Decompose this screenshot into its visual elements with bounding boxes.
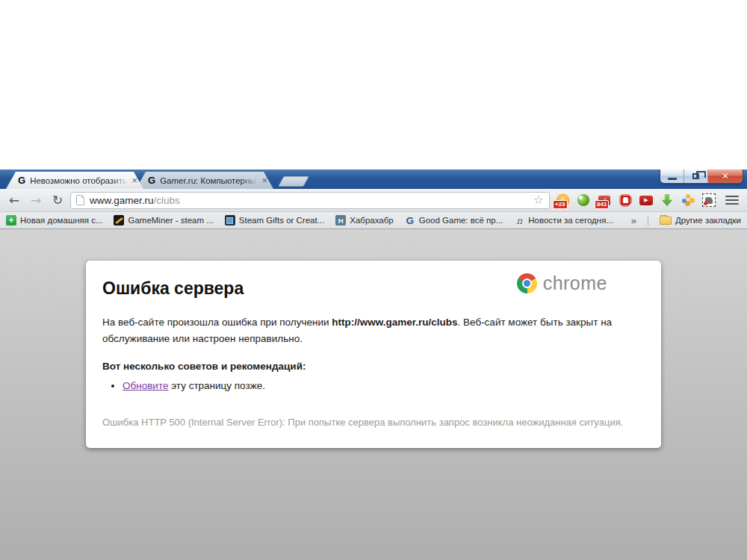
back-button[interactable]: ← <box>5 194 23 207</box>
goodgame-favicon-icon: G <box>405 215 415 225</box>
evernote-elephant-icon <box>702 193 716 207</box>
green-orb-icon <box>577 194 589 206</box>
close-button[interactable]: ✕ <box>708 169 743 183</box>
tab-close-icon[interactable]: × <box>131 175 137 185</box>
folder-icon <box>660 217 672 225</box>
tab-title: Невозможно отобразить <box>30 176 128 185</box>
server-error-card: Ошибка сервера chrome На веб-сайте произ… <box>86 261 661 448</box>
plus-favicon-icon: + <box>6 215 16 225</box>
bookmark-habrahabr[interactable]: H Хабрахабр <box>335 215 393 225</box>
green-sparkle-extension-button[interactable] <box>577 193 590 207</box>
page-content-area: Ошибка сервера chrome На веб-сайте произ… <box>0 229 747 560</box>
chrome-brand: chrome <box>517 273 607 294</box>
stop-hand-icon <box>619 194 632 207</box>
bookmark-steamgifts[interactable]: Steam Gifts or Creat... <box>225 215 324 225</box>
chrome-wordmark: chrome <box>543 273 607 294</box>
youtube-extension-button[interactable]: ▶ <box>639 193 653 207</box>
url-text[interactable]: www.gamer.ru/clubs <box>90 195 180 206</box>
habr-favicon-icon: H <box>335 215 346 225</box>
bookmarks-divider <box>648 215 648 225</box>
browser-toolbar: ← → ↻ www.gamer.ru/clubs ☆ +23 ✓ 841 <box>0 189 747 212</box>
tips-list: Обновите эту страницу позже. <box>102 379 645 393</box>
download-helper-extension-button[interactable] <box>660 193 674 207</box>
browser-window: G Невозможно отобразить × G Gamer.ru: Ко… <box>0 169 747 560</box>
sun-badge-extension-button[interactable]: +23 <box>556 193 569 207</box>
tips-heading: Вот несколько советов и рекомендаций: <box>102 361 645 372</box>
error-url: http://www.gamer.ru/clubs <box>332 317 457 328</box>
bookmark-label: Новости за сегодня... <box>528 216 613 225</box>
tip-text: эту страницу позже. <box>168 380 265 391</box>
mail-counter-extension-button[interactable]: ✓ 841 <box>598 193 611 207</box>
error-message: На веб-сайте произошла ошибка при получе… <box>102 314 645 346</box>
hamburger-icon <box>725 196 739 198</box>
pickaxe-favicon-icon <box>114 215 124 225</box>
url-host: www.gamer.ru <box>90 195 154 206</box>
tab-title: Gamer.ru: Компьютерны <box>160 176 258 185</box>
tab-close-icon[interactable]: × <box>261 175 267 185</box>
other-bookmarks-button[interactable]: Другие закладки <box>660 216 741 225</box>
paw-extension-button[interactable] <box>681 193 695 207</box>
hamburger-icon <box>725 199 739 202</box>
gamer-favicon-icon: G <box>18 175 25 186</box>
bookmark-label: GameMiner - steam ... <box>128 216 213 225</box>
error-message-text: На веб-сайте произошла ошибка при получе… <box>102 317 332 328</box>
bookmark-news[interactable]: n Новости за сегодня... <box>514 215 613 225</box>
bookmark-gameminer[interactable]: GameMiner - steam ... <box>114 215 213 225</box>
url-path: /clubs <box>154 195 180 206</box>
gamer-favicon-icon: G <box>148 175 155 186</box>
minimize-button[interactable] <box>660 169 684 183</box>
extension-badge: 841 <box>595 200 609 209</box>
youtube-play-icon: ▶ <box>639 196 653 205</box>
chrome-logo-icon <box>517 273 537 293</box>
refresh-link[interactable]: Обновите <box>123 380 168 391</box>
bookmark-goodgame[interactable]: G Good Game: всё пр... <box>405 215 503 225</box>
bookmark-label: Хабрахабр <box>350 216 393 225</box>
address-bar[interactable]: www.gamer.ru/clubs ☆ <box>70 192 550 209</box>
chrome-menu-button[interactable] <box>725 196 740 205</box>
forward-button[interactable]: → <box>27 194 45 207</box>
hamburger-icon <box>725 203 739 205</box>
bookmark-label: Новая домашняя с... <box>20 216 102 225</box>
extensions-row: +23 ✓ 841 ▶ <box>554 193 742 207</box>
minimize-icon <box>668 178 677 180</box>
bookmarks-overflow-chevron[interactable]: » <box>631 215 636 226</box>
new-tab-button[interactable] <box>278 176 309 187</box>
paw-icon <box>682 194 695 207</box>
screenshot-canvas: G Невозможно отобразить × G Gamer.ru: Ко… <box>0 0 747 560</box>
tip-item: Обновите эту страницу позже. <box>123 379 645 393</box>
tab-strip: G Невозможно отобразить × G Gamer.ru: Ко… <box>6 172 306 189</box>
other-bookmarks-label: Другие закладки <box>675 216 741 225</box>
bookmark-star-icon[interactable]: ☆ <box>533 194 544 206</box>
window-controls: ✕ <box>660 169 743 184</box>
bookmark-new-home[interactable]: + Новая домашняя с... <box>6 215 102 225</box>
restore-icon <box>692 173 699 179</box>
restore-button[interactable] <box>684 169 708 183</box>
news-favicon-icon: n <box>514 215 524 225</box>
bookmark-label: Steam Gifts or Creat... <box>239 216 324 225</box>
adblock-extension-button[interactable] <box>619 193 632 207</box>
steamgifts-favicon-icon <box>225 215 235 225</box>
bookmark-label: Good Game: всё пр... <box>419 216 503 225</box>
evernote-clipper-extension-button[interactable] <box>702 193 716 207</box>
extension-badge: +23 <box>553 200 568 209</box>
http-error-detail: Ошибка HTTP 500 (Internal Server Error):… <box>102 417 645 428</box>
window-titlebar: G Невозможно отобразить × G Gamer.ru: Ко… <box>0 169 747 189</box>
bookmarks-bar: + Новая домашняя с... GameMiner - steam … <box>0 212 747 229</box>
reload-button[interactable]: ↻ <box>49 194 66 207</box>
page-icon <box>76 195 84 205</box>
tab-error-page[interactable]: G Невозможно отобразить × <box>6 172 143 189</box>
download-arrow-icon <box>662 194 673 206</box>
tab-gamer-ru[interactable]: G Gamer.ru: Компьютерны × <box>136 172 273 189</box>
